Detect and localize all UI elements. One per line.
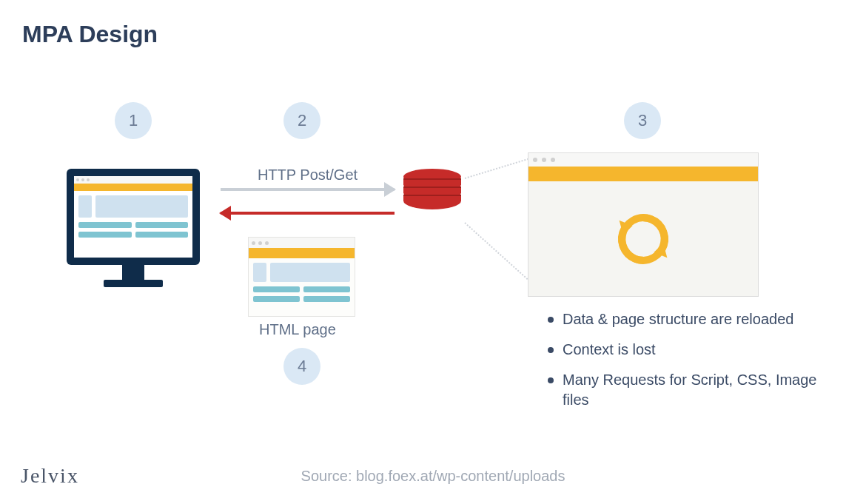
source-attribution: Source: blog.foex.at/wp-content/uploads <box>0 468 866 485</box>
http-request-label: HTTP Post/Get <box>221 167 395 184</box>
step-badge-3: 3 <box>624 102 661 139</box>
diagram-title: MPA Design <box>22 21 158 48</box>
connector-line-bottom <box>464 222 537 287</box>
html-page-icon <box>248 237 355 317</box>
step-badge-2: 2 <box>283 102 320 139</box>
html-page-label: HTML page <box>259 321 336 338</box>
server-database-icon <box>403 169 461 209</box>
note-item-2: Context is lost <box>548 340 844 360</box>
connector-line-top <box>465 156 534 179</box>
notes-list: Data & page structure are reloaded Conte… <box>548 309 844 420</box>
reloaded-page-window <box>528 152 759 297</box>
request-arrow-icon <box>221 188 395 191</box>
refresh-icon <box>610 206 677 272</box>
http-arrows: HTTP Post/Get <box>221 167 395 235</box>
client-monitor-icon <box>67 169 200 287</box>
step-badge-1: 1 <box>115 102 152 139</box>
note-item-1: Data & page structure are reloaded <box>548 309 844 329</box>
step-badge-4: 4 <box>283 348 320 385</box>
response-arrow-icon <box>221 212 395 215</box>
note-item-3: Many Requests for Script, CSS, Image fil… <box>548 370 844 410</box>
